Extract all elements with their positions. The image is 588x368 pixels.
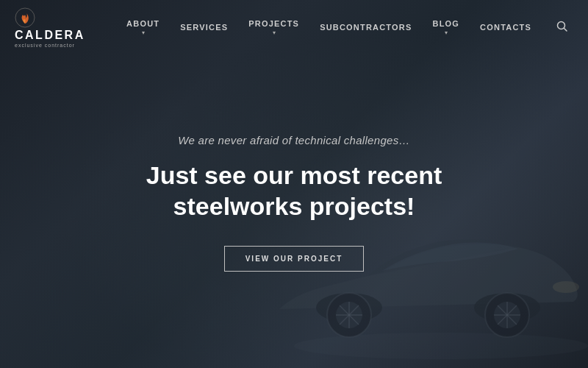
search-icon[interactable] xyxy=(556,21,567,34)
hero-subtitle: We are never afraid of technical challen… xyxy=(178,134,410,146)
nav-label-subcontractors: SUBCONTRACTORS xyxy=(320,23,412,32)
nav-label-blog: BLOG xyxy=(433,19,460,28)
nav-label-about: ABOUT xyxy=(126,19,159,28)
hero-content: We are never afraid of technical challen… xyxy=(0,37,588,368)
nav-item-projects[interactable]: PROJECTS ▾ xyxy=(248,19,299,36)
hero-title: Just see our most recent steelworks proj… xyxy=(88,160,500,222)
nav-chevron-projects: ▾ xyxy=(273,29,276,36)
nav-links: ABOUT ▾ SERVICES PROJECTS ▾ SUBCONTRACTO… xyxy=(126,19,567,36)
logo-icon xyxy=(15,7,35,28)
nav-label-services: SERVICES xyxy=(180,23,228,32)
nav-item-contacts[interactable]: CONTACTS xyxy=(480,23,531,32)
nav-chevron-blog: ▾ xyxy=(445,29,448,36)
nav-label-contacts: CONTACTS xyxy=(480,23,531,32)
nav-chevron-about: ▾ xyxy=(142,29,145,36)
nav-item-blog[interactable]: BLOG ▾ xyxy=(433,19,460,36)
svg-line-18 xyxy=(564,29,567,32)
nav-item-subcontractors[interactable]: SUBCONTRACTORS xyxy=(320,23,412,32)
nav-item-about[interactable]: ABOUT ▾ xyxy=(126,19,159,36)
view-project-button[interactable]: VIEW OUR PROJECT xyxy=(224,246,365,272)
nav-label-projects: PROJECTS xyxy=(248,19,299,28)
hero-section: CALDERA exclusive contractor ABOUT ▾ SER… xyxy=(0,0,588,368)
nav-item-services[interactable]: SERVICES xyxy=(180,23,228,32)
